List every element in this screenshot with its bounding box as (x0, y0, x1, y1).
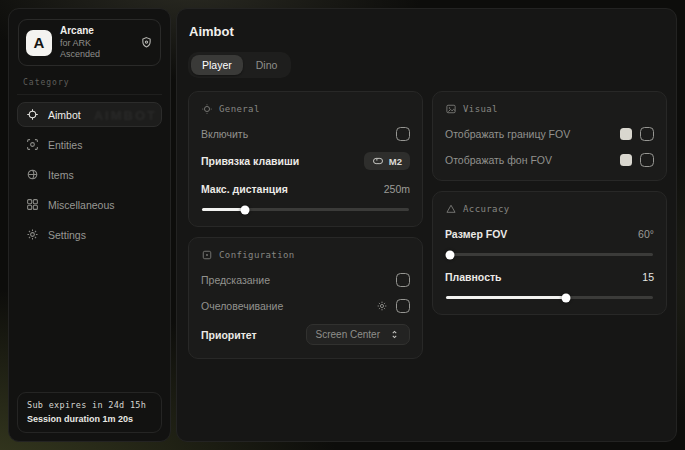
sidebar-nav: Aimbot AIMBOT Entities Items (17, 102, 162, 247)
sidebar-item-miscellaneous[interactable]: Miscellaneous (17, 192, 162, 217)
app-logo-card: A Arcane for ARK Ascended (18, 19, 161, 66)
sidebar-item-items[interactable]: Items (17, 162, 162, 187)
module-icon (201, 249, 213, 261)
panel-title: Accuracy (463, 204, 510, 214)
panel-visual: Visual Отображать границу FOV Отображать… (432, 91, 667, 181)
page-title: Aimbot (189, 24, 667, 39)
crosshair-icon (26, 108, 39, 121)
priority-value: Screen Center (316, 329, 380, 340)
humanize-label: Очеловечивание (201, 300, 283, 312)
enable-label: Включить (201, 128, 248, 140)
shield-icon[interactable] (140, 36, 153, 49)
main-content: Aimbot Player Dino General Включить (176, 8, 677, 442)
fov-border-label: Отображать границу FOV (445, 128, 570, 140)
sphere-icon (26, 168, 39, 181)
tab-dino[interactable]: Dino (245, 55, 289, 75)
panel-configuration: Configuration Предсказание Очеловечивани… (188, 237, 423, 359)
panel-title: General (219, 104, 260, 114)
fov-background-color-swatch[interactable] (620, 154, 632, 166)
panel-title: Visual (463, 104, 498, 114)
triangle-icon (445, 203, 457, 215)
mouse-icon (372, 155, 384, 167)
panel-accuracy: Accuracy Размер FOV 60° Плавность 15 (432, 191, 667, 315)
enable-checkbox[interactable] (396, 127, 410, 141)
aimbot-watermark: AIMBOT (94, 107, 157, 122)
fov-border-checkbox[interactable] (640, 127, 654, 141)
prediction-checkbox[interactable] (396, 273, 410, 287)
sidebar-divider (17, 94, 162, 95)
panel-title: Configuration (219, 250, 295, 260)
keybind-value: M2 (389, 156, 402, 167)
fov-background-checkbox[interactable] (640, 153, 654, 167)
slider-thumb[interactable] (446, 250, 455, 259)
app-subtitle: for ARK Ascended (60, 38, 132, 61)
sidebar-item-settings[interactable]: Settings (17, 222, 162, 247)
session-card: Sub expires in 24d 15h Session duration … (17, 392, 162, 433)
scan-icon (26, 138, 39, 151)
humanize-settings-gear-icon[interactable] (376, 300, 388, 312)
tab-bar: Player Dino (188, 52, 291, 78)
sidebar-item-label: Settings (48, 229, 86, 241)
sidebar-item-label: Aimbot (48, 109, 81, 121)
slider-thumb[interactable] (241, 205, 250, 214)
fov-size-value: 60° (638, 228, 654, 240)
max-distance-label: Макс. дистанция (201, 183, 288, 195)
target-icon (201, 103, 213, 115)
sidebar-item-label: Items (48, 169, 74, 181)
session-duration-text: Session duration 1m 20s (27, 414, 152, 424)
app-name: Arcane (60, 25, 132, 38)
sidebar: A Arcane for ARK Ascended Category Aimbo… (8, 8, 171, 442)
fov-size-slider[interactable] (446, 253, 653, 256)
max-distance-slider[interactable] (202, 208, 409, 211)
humanize-checkbox[interactable] (396, 299, 410, 313)
fov-border-color-swatch[interactable] (620, 128, 632, 140)
smoothness-label: Плавность (445, 271, 502, 283)
gear-icon (26, 228, 39, 241)
grid-icon (26, 198, 39, 211)
priority-label: Приоритет (201, 329, 257, 341)
sidebar-item-label: Entities (48, 139, 82, 151)
fov-size-label: Размер FOV (445, 228, 507, 240)
sidebar-item-aimbot[interactable]: Aimbot AIMBOT (17, 102, 162, 127)
app-logo: A (26, 30, 52, 56)
fov-background-label: Отображать фон FOV (445, 154, 552, 166)
category-label: Category (23, 78, 156, 87)
smoothness-value: 15 (642, 271, 654, 283)
keybind-label: Привязка клавиши (201, 155, 299, 167)
slider-thumb[interactable] (562, 293, 571, 302)
panel-general: General Включить Привязка клавиши M2 (188, 91, 423, 227)
sidebar-item-entities[interactable]: Entities (17, 132, 162, 157)
prediction-label: Предсказание (201, 274, 270, 286)
smoothness-slider[interactable] (446, 296, 653, 299)
max-distance-value: 250m (384, 183, 410, 195)
tab-player[interactable]: Player (191, 55, 243, 75)
keybind-button[interactable]: M2 (364, 152, 410, 170)
unfold-icon (389, 329, 400, 340)
priority-dropdown[interactable]: Screen Center (306, 324, 410, 345)
sub-expires-text: Sub expires in 24d 15h (27, 400, 152, 410)
image-icon (445, 103, 457, 115)
sidebar-item-label: Miscellaneous (48, 199, 115, 211)
